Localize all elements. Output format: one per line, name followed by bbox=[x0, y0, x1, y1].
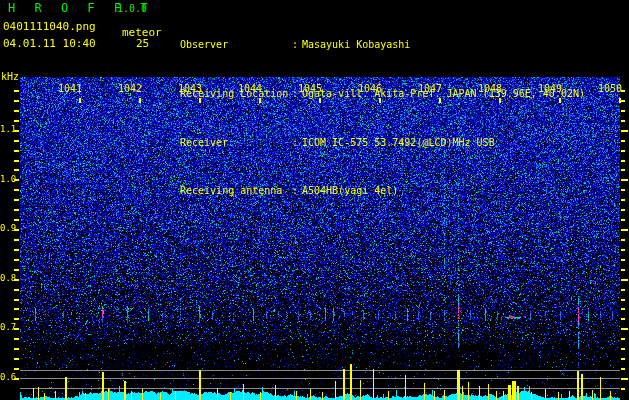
time-tick-label: 1043 bbox=[178, 84, 202, 94]
time-tick-label: 1045 bbox=[298, 84, 322, 94]
time-tick-label: 1050 bbox=[598, 84, 622, 94]
time-tick-label: 1049 bbox=[538, 84, 562, 94]
receiver-value: ICOM IC-575 53.7492(@LCD)MHz USB bbox=[302, 138, 495, 149]
datetime-label: 04.01.11 10:40 bbox=[3, 37, 96, 50]
observer-value: Masayuki Kobayashi bbox=[302, 40, 410, 51]
colon: : bbox=[292, 186, 302, 197]
hrofft-screen: { "header": { "app_title": "H R O F F T"… bbox=[0, 0, 629, 400]
echo-count-label: 25 bbox=[136, 37, 149, 50]
freq-tick-label: 0.6 bbox=[0, 372, 14, 382]
time-tick-label: 1044 bbox=[238, 84, 262, 94]
freq-tick-label: 0.7 bbox=[0, 322, 14, 332]
receiver-label: Receiver bbox=[180, 138, 292, 149]
colon: : bbox=[292, 40, 302, 51]
filename-label: 0401111040.png bbox=[3, 20, 96, 33]
time-tick-label: 1048 bbox=[478, 84, 502, 94]
freq-axis-unit-label: kHz bbox=[1, 71, 19, 82]
receiving-antenna-label: Receiving antenna bbox=[180, 186, 292, 197]
freq-tick-label: 0.9 bbox=[0, 223, 14, 233]
receiving-antenna-value: A504HB(yagi 4el) bbox=[302, 186, 398, 197]
observer-row: Observer:Masayuki Kobayashi bbox=[180, 40, 585, 51]
freq-tick-label: 1.1 bbox=[0, 124, 14, 134]
freq-tick-label: 1.0 bbox=[0, 174, 14, 184]
time-tick-label: 1042 bbox=[118, 84, 142, 94]
freq-tick-label: 0.8 bbox=[0, 273, 14, 283]
receiver-row: Receiver:ICOM IC-575 53.7492(@LCD)MHz US… bbox=[180, 138, 585, 149]
time-tick-label: 1047 bbox=[418, 84, 442, 94]
colon: : bbox=[292, 138, 302, 149]
observer-label: Observer bbox=[180, 40, 292, 51]
station-info: Observer:Masayuki Kobayashi Receiving Lo… bbox=[180, 2, 585, 216]
time-tick-label: 1041 bbox=[58, 84, 82, 94]
time-tick-label: 1046 bbox=[358, 84, 382, 94]
receiving-antenna-row: Receiving antenna:A504HB(yagi 4el) bbox=[180, 186, 585, 197]
version-label: 1.0.0 bbox=[117, 3, 147, 14]
